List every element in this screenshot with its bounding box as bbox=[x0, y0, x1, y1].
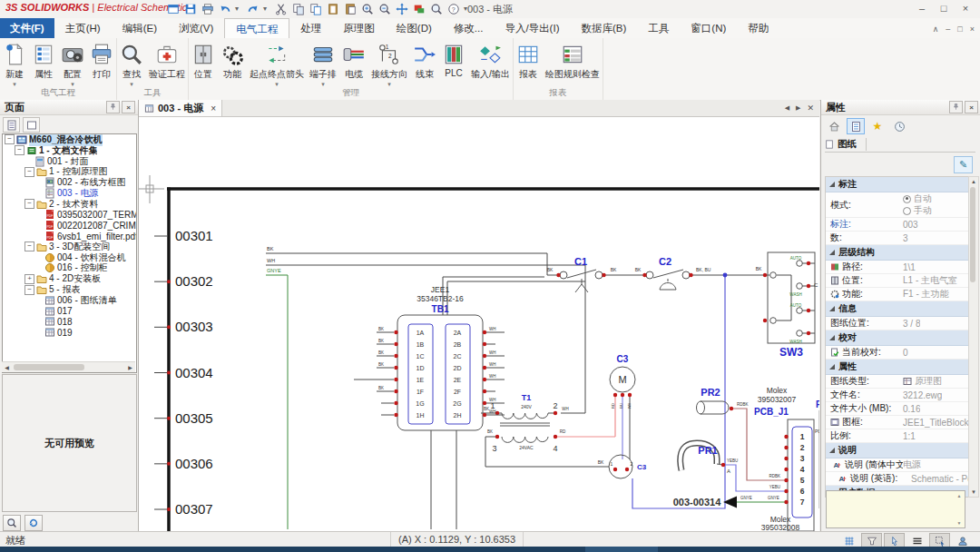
collapse-icon[interactable]: − bbox=[24, 167, 34, 177]
scroll-left-icon[interactable]: ◀ bbox=[2, 364, 12, 370]
collapse-icon[interactable]: − bbox=[5, 134, 15, 144]
description-note-box[interactable]: ▲▼ bbox=[826, 490, 965, 528]
components-view-icon[interactable] bbox=[23, 117, 40, 133]
minimize-button[interactable]: – bbox=[911, 0, 933, 17]
tree-horizontal-scrollbar[interactable]: ◀ ▶ bbox=[2, 361, 135, 372]
scroll-up-icon[interactable]: ▲ bbox=[969, 177, 978, 186]
menu-tab-7[interactable]: 绘图(D) bbox=[386, 18, 443, 38]
document-tab[interactable]: 003 - 电源 × bbox=[139, 100, 222, 116]
tree-item-16[interactable]: 017 bbox=[3, 306, 136, 317]
property-value[interactable]: 3 / 8 bbox=[903, 319, 920, 329]
property-value[interactable]: L1 - 主电气室 bbox=[903, 274, 957, 287]
ribbon-button-plc[interactable]: PLC bbox=[439, 41, 468, 85]
menu-tab-0[interactable]: 文件(F) bbox=[0, 18, 54, 38]
copy-doc-icon[interactable] bbox=[309, 2, 322, 15]
tree-item-18[interactable]: 019 bbox=[3, 327, 136, 338]
section-header-1[interactable]: 层级结构 bbox=[826, 245, 969, 261]
close-button[interactable]: × bbox=[955, 0, 976, 17]
history-clock-icon[interactable] bbox=[890, 118, 908, 134]
note-scrollbar[interactable]: ▲▼ bbox=[956, 493, 963, 526]
menu-tab-11[interactable]: 工具 bbox=[637, 18, 680, 38]
cut-icon[interactable] bbox=[274, 2, 288, 15]
minimize-doc-icon[interactable]: – bbox=[946, 25, 950, 34]
favorites-star-icon[interactable]: ★ bbox=[868, 118, 887, 134]
section-header-2[interactable]: 信息 bbox=[826, 301, 969, 317]
close-doc-icon[interactable]: × bbox=[970, 25, 975, 34]
ribbon-button-props[interactable]: 属性 bbox=[29, 41, 58, 88]
ribbon-button-location[interactable]: 位置 bbox=[189, 41, 218, 88]
collapse-ribbon-icon[interactable]: ∧ bbox=[933, 25, 939, 34]
tree-item-7[interactable]: PDF0395032007_TERMINA bbox=[3, 210, 136, 221]
scrollbar-thumb[interactable] bbox=[14, 364, 84, 370]
menu-tab-8[interactable]: 修改... bbox=[443, 18, 495, 38]
scroll-right-icon[interactable]: ▶ bbox=[125, 364, 135, 370]
section-header-0[interactable]: 标注 bbox=[826, 177, 969, 192]
property-value[interactable]: 1\1 bbox=[903, 262, 916, 272]
ribbon-button-function[interactable]: 功能 bbox=[218, 41, 247, 88]
radio-selected[interactable] bbox=[903, 195, 911, 203]
save-icon[interactable] bbox=[183, 2, 197, 15]
collapse-icon[interactable]: − bbox=[15, 145, 24, 155]
undo-icon[interactable] bbox=[218, 2, 231, 15]
close-panel-icon[interactable]: × bbox=[122, 101, 135, 113]
property-value[interactable]: 0 bbox=[903, 348, 908, 358]
refresh-preview-button[interactable] bbox=[24, 515, 43, 531]
property-value[interactable]: 3212.ewg bbox=[903, 390, 942, 400]
scrollbar-thumb[interactable] bbox=[970, 187, 975, 282]
property-grid-scrollbar[interactable]: ▲ ▼ bbox=[968, 176, 979, 498]
property-value[interactable]: 003 bbox=[903, 220, 918, 230]
zoom-in-icon[interactable] bbox=[360, 2, 374, 15]
print-icon[interactable] bbox=[201, 2, 214, 15]
paste-icon[interactable] bbox=[326, 2, 339, 15]
edit-pencil-icon[interactable]: ✎ bbox=[954, 156, 973, 173]
restore-doc-icon[interactable]: □ bbox=[957, 25, 962, 34]
prev-sheet-icon[interactable]: ◀ bbox=[785, 104, 789, 112]
section-header-4[interactable]: 属性 bbox=[826, 360, 969, 375]
expand-icon[interactable]: + bbox=[24, 274, 34, 284]
property-value[interactable]: Schematic - Pow bbox=[911, 474, 969, 484]
menu-tab-2[interactable]: 编辑(E) bbox=[112, 18, 168, 38]
ribbon-button-new[interactable]: 新建▾ bbox=[0, 41, 29, 88]
menu-tab-13[interactable]: 帮助 bbox=[737, 18, 779, 38]
pages-view-icon[interactable] bbox=[3, 117, 20, 133]
menu-tab-6[interactable]: 原理图 bbox=[332, 18, 386, 38]
collapse-icon[interactable]: − bbox=[24, 285, 34, 295]
ribbon-button-origin[interactable]: 起点终点箭头▾ bbox=[247, 41, 307, 88]
tab-close-icon[interactable]: × bbox=[211, 104, 216, 113]
property-value[interactable]: JEE1_TitleBlock bbox=[903, 418, 968, 428]
dropdown-caret-icon[interactable]: ▾ bbox=[263, 5, 270, 13]
next-sheet-icon[interactable]: ▶ bbox=[796, 104, 800, 112]
menu-tab-10[interactable]: 数据库(B) bbox=[570, 18, 637, 38]
ribbon-button-report[interactable]: 报表 bbox=[514, 41, 543, 88]
app-window-icon[interactable] bbox=[166, 2, 180, 15]
menu-tab-4[interactable]: 电气工程 bbox=[224, 18, 289, 38]
copy-icon[interactable] bbox=[291, 2, 305, 15]
section-header-3[interactable]: 校对 bbox=[826, 330, 969, 346]
ribbon-button-drc[interactable]: 绘图规则检查 bbox=[543, 41, 603, 88]
close-sheet-icon[interactable]: ✕ bbox=[807, 104, 814, 113]
collapse-icon[interactable]: − bbox=[24, 199, 34, 209]
property-value[interactable]: 原理图 bbox=[903, 375, 942, 388]
redo-icon[interactable] bbox=[246, 2, 260, 15]
collapse-icon[interactable]: − bbox=[24, 242, 34, 251]
home-icon[interactable] bbox=[825, 118, 843, 134]
pin-icon[interactable] bbox=[106, 101, 120, 113]
ribbon-button-terminal[interactable]: 端子排▾ bbox=[307, 41, 339, 88]
dropdown-caret-icon[interactable]: ▾ bbox=[235, 5, 242, 13]
zoom-out-icon[interactable] bbox=[377, 2, 391, 15]
document-props-icon[interactable] bbox=[847, 118, 865, 134]
property-value[interactable]: F1 - 主功能 bbox=[903, 288, 949, 301]
ribbon-button-harness[interactable]: 线束 bbox=[410, 41, 439, 88]
tree-item-6[interactable]: −2 - 技术资料 bbox=[3, 199, 136, 210]
ribbon-button-printer[interactable]: 打印 bbox=[87, 41, 116, 88]
scroll-down-icon[interactable]: ▼ bbox=[969, 488, 978, 497]
ribbon-button-io[interactable]: 输入/输出 bbox=[468, 41, 513, 88]
menu-tab-1[interactable]: 主页(H) bbox=[54, 18, 112, 38]
tree-item-17[interactable]: 018 bbox=[3, 317, 136, 328]
tree-item-8[interactable]: PDF0022012087_CRIMP_H bbox=[3, 220, 136, 231]
ribbon-button-verify[interactable]: 验证工程 bbox=[146, 41, 188, 88]
menu-tab-12[interactable]: 窗口(N) bbox=[680, 18, 737, 38]
menu-tab-9[interactable]: 导入/导出(I) bbox=[494, 18, 570, 38]
sheet-tab-label[interactable]: 图纸 bbox=[838, 138, 867, 151]
menu-tab-3[interactable]: 浏览(V) bbox=[168, 18, 224, 38]
